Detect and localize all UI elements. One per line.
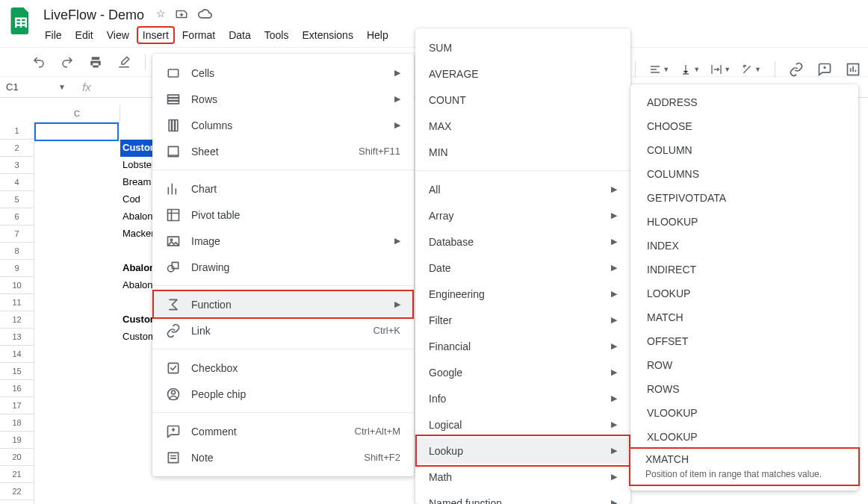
wrap-icon[interactable]: ▼ <box>710 63 731 75</box>
function-cat-google[interactable]: Google▶ <box>415 359 630 385</box>
menu-edit[interactable]: Edit <box>69 26 99 44</box>
lookup-fn-choose[interactable]: CHOOSE <box>630 114 858 138</box>
function-min[interactable]: MIN <box>415 139 630 165</box>
menu-insert[interactable]: Insert <box>137 26 175 44</box>
menu-view[interactable]: View <box>101 26 135 44</box>
row-header[interactable]: 12 <box>0 311 34 329</box>
menu-format[interactable]: Format <box>176 26 221 44</box>
lookup-fn-column[interactable]: COLUMN <box>630 138 858 162</box>
redo-icon[interactable] <box>60 55 75 69</box>
row-header[interactable]: 11 <box>0 294 34 311</box>
row-header[interactable]: 17 <box>0 397 34 414</box>
function-cat-lookup[interactable]: Lookup▶ <box>415 438 630 464</box>
insert-checkbox[interactable]: Checkbox <box>152 355 414 381</box>
insert-drawing[interactable]: Drawing <box>152 254 414 280</box>
row-header[interactable]: 21 <box>0 466 34 483</box>
name-box[interactable]: C1▼ <box>0 81 75 93</box>
lookup-fn-getpivotdata[interactable]: GETPIVOTDATA <box>630 186 858 210</box>
function-sum[interactable]: SUM <box>415 34 630 60</box>
lookup-fn-index[interactable]: INDEX <box>630 234 858 258</box>
checkbox-icon <box>166 361 181 376</box>
insert-function[interactable]: Function▶ <box>152 291 414 317</box>
row-header[interactable]: 10 <box>0 277 34 294</box>
selected-cell[interactable] <box>34 122 119 141</box>
insert-rows[interactable]: Rows▶ <box>152 86 414 112</box>
row-header[interactable]: 8 <box>0 243 34 260</box>
insert-chart-icon[interactable] <box>846 62 861 77</box>
lookup-fn-xmatch[interactable]: XMATCHPosition of item in range that mat… <box>629 447 860 486</box>
row-header[interactable]: 13 <box>0 329 34 346</box>
row-header[interactable]: 22 <box>0 483 34 500</box>
insert-columns[interactable]: Columns▶ <box>152 112 414 138</box>
print-icon[interactable] <box>88 55 103 69</box>
move-icon[interactable] <box>175 7 188 23</box>
insert-comment[interactable]: CommentCtrl+Alt+M <box>152 418 414 444</box>
menu-tools[interactable]: Tools <box>258 26 295 44</box>
insert-link-icon[interactable] <box>789 62 804 77</box>
row-header[interactable]: 7 <box>0 225 34 243</box>
lookup-fn-indirect[interactable]: INDIRECT <box>630 258 858 281</box>
sheets-logo[interactable] <box>6 6 36 36</box>
row-header[interactable]: 5 <box>0 191 34 208</box>
row-header[interactable]: 3 <box>0 157 34 174</box>
function-cat-named-function[interactable]: Named function▶ <box>415 490 630 504</box>
menu-extensions[interactable]: Extensions <box>296 26 359 44</box>
function-cat-financial[interactable]: Financial▶ <box>415 333 630 359</box>
insert-pivot-table[interactable]: Pivot table <box>152 202 414 228</box>
lookup-fn-match[interactable]: MATCH <box>630 305 858 329</box>
lookup-fn-offset[interactable]: OFFSET <box>630 329 858 353</box>
row-header[interactable]: 19 <box>0 432 34 449</box>
insert-sheet[interactable]: SheetShift+F11 <box>152 138 414 164</box>
lookup-fn-columns[interactable]: COLUMNS <box>630 162 858 186</box>
row-header[interactable]: 18 <box>0 414 34 432</box>
doc-title[interactable]: LiveFlow - Demo <box>39 6 149 25</box>
lookup-fn-hlookup[interactable]: HLOOKUP <box>630 210 858 234</box>
function-cat-all[interactable]: All▶ <box>415 176 630 202</box>
function-cat-database[interactable]: Database▶ <box>415 228 630 255</box>
rotate-icon[interactable]: ▼ <box>741 63 761 75</box>
row-header[interactable]: 9 <box>0 260 34 277</box>
row-header[interactable]: 4 <box>0 174 34 191</box>
insert-comment-icon[interactable] <box>817 62 832 77</box>
lookup-fn-xlookup[interactable]: XLOOKUP <box>630 425 858 449</box>
row-header[interactable]: 2 <box>0 140 34 157</box>
function-cat-filter[interactable]: Filter▶ <box>415 307 630 333</box>
function-cat-engineering[interactable]: Engineering▶ <box>415 281 630 307</box>
insert-image[interactable]: Image▶ <box>152 228 414 254</box>
function-cat-logical[interactable]: Logical▶ <box>415 411 630 438</box>
menu-data[interactable]: Data <box>223 26 257 44</box>
menu-help[interactable]: Help <box>361 26 394 44</box>
paint-format-icon[interactable] <box>117 55 131 69</box>
col-header[interactable]: C <box>34 105 120 122</box>
row-header[interactable]: 1 <box>0 122 34 140</box>
insert-people-chip[interactable]: People chip <box>152 381 414 407</box>
function-cat-date[interactable]: Date▶ <box>415 255 630 281</box>
row-header[interactable]: 20 <box>0 449 34 466</box>
star-icon[interactable]: ☆ <box>156 7 166 23</box>
function-cat-array[interactable]: Array▶ <box>415 202 630 228</box>
function-count[interactable]: COUNT <box>415 87 630 113</box>
lookup-fn-rows[interactable]: ROWS <box>630 377 858 401</box>
function-average[interactable]: AVERAGE <box>415 60 630 87</box>
insert-chart[interactable]: Chart <box>152 175 414 202</box>
row-header[interactable]: 6 <box>0 208 34 225</box>
insert-note[interactable]: NoteShift+F2 <box>152 444 414 470</box>
undo-icon[interactable] <box>31 55 46 69</box>
valign-icon[interactable]: ▼ <box>680 63 700 75</box>
lookup-fn-lookup[interactable]: LOOKUP <box>630 281 858 305</box>
halign-icon[interactable]: ▼ <box>649 63 669 75</box>
function-max[interactable]: MAX <box>415 113 630 139</box>
row-header[interactable]: 16 <box>0 380 34 397</box>
lookup-fn-row[interactable]: ROW <box>630 353 858 377</box>
function-cat-math[interactable]: Math▶ <box>415 464 630 490</box>
function-cat-info[interactable]: Info▶ <box>415 385 630 411</box>
lookup-fn-address[interactable]: ADDRESS <box>630 90 858 114</box>
row-header[interactable]: 14 <box>0 346 34 363</box>
cloud-icon[interactable] <box>197 7 212 23</box>
row-header[interactable]: 15 <box>0 363 34 380</box>
insert-link[interactable]: LinkCtrl+K <box>152 317 414 343</box>
insert-cells[interactable]: Cells▶ <box>152 60 414 86</box>
chevron-right-icon: ▶ <box>394 236 400 246</box>
menu-file[interactable]: File <box>39 26 68 44</box>
lookup-fn-vlookup[interactable]: VLOOKUP <box>630 401 858 425</box>
